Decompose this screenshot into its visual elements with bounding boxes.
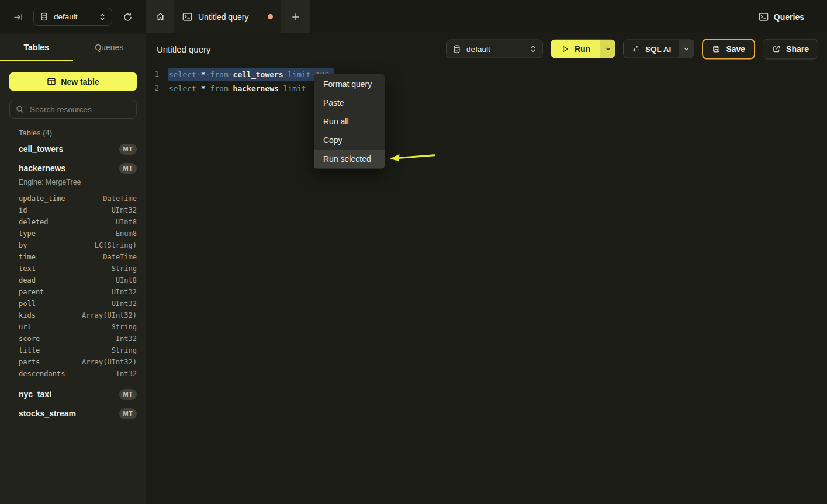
column-type: Enum8 <box>116 230 137 238</box>
run-button[interactable]: Run <box>551 40 600 58</box>
selected-query-text: select·*·from·cell_towers·limit·100 <box>168 68 334 81</box>
hackernews-schema: update_timeDateTime idUInt32 deletedUInt… <box>19 193 137 380</box>
topbar-database-selector[interactable]: default <box>33 8 112 26</box>
column-name: url <box>19 323 32 331</box>
column-name: deleted <box>19 218 49 226</box>
refresh-icon <box>123 12 133 22</box>
queries-button[interactable]: Queries <box>759 0 804 33</box>
code-line-2[interactable]: 2 select * from hackernews limit <box>147 81 827 95</box>
schema-row: descendantsInt32 <box>19 368 137 380</box>
menu-item-label: Run selected <box>323 154 371 164</box>
main-panel: Untitled query default <box>147 34 827 504</box>
sidebar-tab-queries[interactable]: Queries <box>73 34 146 61</box>
schema-row: textString <box>19 263 137 274</box>
run-button-label: Run <box>575 44 590 54</box>
schema-row: deadUInt8 <box>19 274 137 286</box>
run-options-dropdown[interactable] <box>600 40 615 58</box>
schema-row: timeDateTime <box>19 251 137 263</box>
tables-section-label: Tables (4) <box>19 128 52 137</box>
home-button[interactable] <box>146 0 174 33</box>
query-text: select * from hackernews limit <box>169 84 311 93</box>
new-table-label: New table <box>61 77 99 86</box>
chevron-updown-icon <box>99 13 106 21</box>
column-name: text <box>19 265 36 273</box>
column-type: String <box>112 265 137 273</box>
menu-item-label: Format query <box>323 79 372 89</box>
home-icon <box>155 12 165 22</box>
sql-ai-dropdown[interactable] <box>679 40 694 58</box>
new-tab-button[interactable] <box>281 0 310 33</box>
schema-row: byLC(String) <box>19 239 137 251</box>
column-name: descendants <box>19 370 65 378</box>
column-type: Int32 <box>116 335 137 343</box>
sql-ai-button[interactable]: SQL AI <box>624 40 679 58</box>
share-button[interactable]: Share <box>763 39 818 59</box>
search-resources-box <box>9 100 137 119</box>
menu-item-label: Run all <box>323 117 349 126</box>
column-type: String <box>112 346 137 354</box>
save-button[interactable]: Save <box>702 39 755 59</box>
code-line-1[interactable]: 1 select·*·from·cell_towers·limit·100 <box>147 67 827 81</box>
save-icon <box>712 44 721 53</box>
sidebar-collapse-button[interactable] <box>12 11 25 23</box>
schema-row: parentUInt32 <box>19 286 137 298</box>
toolbar-database-value: default <box>466 44 524 53</box>
column-type: LC(String) <box>95 241 137 249</box>
sidebar-tab-tables[interactable]: Tables <box>0 34 73 61</box>
menu-item-paste[interactable]: Paste <box>314 93 385 112</box>
column-name: dead <box>19 276 36 284</box>
menu-item-copy[interactable]: Copy <box>314 131 385 150</box>
page-title: Untitled query <box>157 44 211 54</box>
query-toolbar: default Run <box>446 39 818 59</box>
editor-context-menu: Format query Paste Run all Copy Run sele… <box>314 74 385 169</box>
sql-ai-label: SQL AI <box>645 44 671 53</box>
sql-editor[interactable]: 1 select·*·from·cell_towers·limit·100 2 … <box>147 64 827 95</box>
search-resources-input[interactable] <box>29 105 130 114</box>
column-type: UInt8 <box>116 218 137 226</box>
menu-item-run-selected[interactable]: Run selected <box>314 150 385 168</box>
refresh-button[interactable] <box>121 11 134 23</box>
column-type: UInt32 <box>112 288 137 296</box>
column-name: parts <box>19 358 40 366</box>
line-number: 1 <box>147 70 159 78</box>
menu-item-run-all[interactable]: Run all <box>314 112 385 131</box>
column-type: Array(UInt32) <box>82 311 137 319</box>
topbar: default <box>0 0 827 33</box>
table-row-stocks-stream[interactable]: stocks_stream MT <box>19 405 137 422</box>
menu-item-format-query[interactable]: Format query <box>314 75 385 93</box>
column-name: type <box>19 230 36 238</box>
table-name: hackernews <box>19 164 65 173</box>
column-name: parent <box>19 288 44 296</box>
database-icon <box>40 12 49 21</box>
table-name: nyc_taxi <box>19 390 51 399</box>
column-name: title <box>19 346 40 354</box>
engine-badge: MT <box>119 389 137 400</box>
menu-item-label: Paste <box>323 98 344 107</box>
sparkles-icon <box>631 44 640 53</box>
engine-label: Engine: MergeTree <box>19 178 81 186</box>
schema-row: kidsArray(UInt32) <box>19 310 137 321</box>
queries-button-label: Queries <box>774 12 804 22</box>
collapse-right-icon <box>13 12 23 22</box>
unsaved-changes-dot <box>268 14 273 19</box>
table-row-cell-towers[interactable]: cell_towers MT <box>19 140 137 158</box>
sql-ai-button-group: SQL AI <box>623 40 694 58</box>
terminal-icon <box>759 12 769 22</box>
play-icon <box>560 44 569 53</box>
column-type: Array(UInt32) <box>82 358 137 366</box>
table-row-hackernews[interactable]: hackernews MT <box>19 159 137 177</box>
terminal-icon <box>182 12 192 22</box>
annotation-arrow-icon <box>388 151 436 165</box>
chevron-down-icon <box>683 46 690 52</box>
run-button-group: Run <box>551 40 615 58</box>
toolbar-database-selector[interactable]: default <box>446 40 543 58</box>
menu-item-label: Copy <box>323 135 342 145</box>
sidebar-tab-tables-label: Tables <box>24 43 49 52</box>
schema-row: typeEnum8 <box>19 228 137 239</box>
table-row-nyc-taxi[interactable]: nyc_taxi MT <box>19 385 137 403</box>
tab-untitled-query[interactable]: Untitled query <box>174 0 281 33</box>
sidebar: Tables Queries New table <box>0 34 146 504</box>
new-table-button[interactable]: New table <box>9 72 137 91</box>
sidebar-tab-queries-label: Queries <box>95 43 123 52</box>
column-type: UInt32 <box>112 206 137 214</box>
